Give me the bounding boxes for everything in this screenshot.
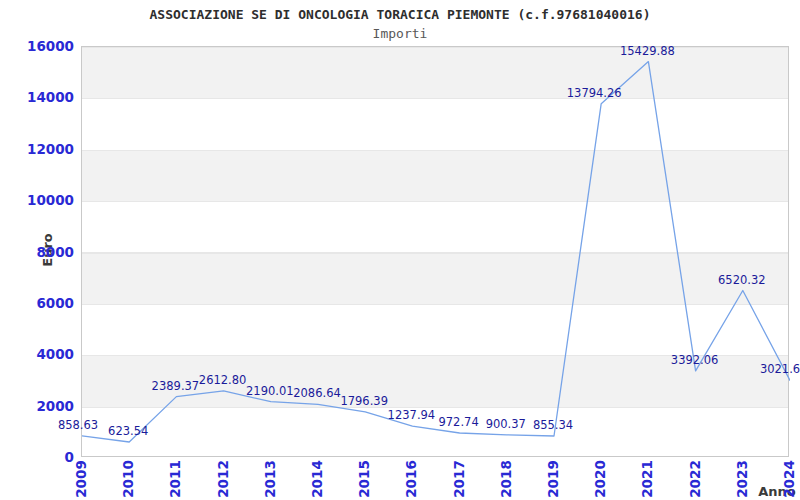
line-series-svg bbox=[82, 47, 790, 458]
x-tick-label: 2009 bbox=[73, 460, 89, 498]
y-tick-label: 12000 bbox=[0, 140, 74, 158]
chart-subtitle: Importi bbox=[0, 26, 800, 41]
y-tick-label: 4000 bbox=[0, 345, 74, 363]
x-tick-label: 2018 bbox=[498, 460, 514, 498]
y-tick-label: 2000 bbox=[0, 397, 74, 415]
plot-area bbox=[81, 46, 789, 457]
data-point-label: 1796.39 bbox=[340, 394, 388, 408]
data-point-label: 855.34 bbox=[533, 418, 573, 432]
x-tick-label: 2011 bbox=[167, 460, 183, 498]
x-tick-label: 2019 bbox=[545, 460, 561, 498]
x-tick-label: 2022 bbox=[687, 460, 703, 498]
x-tick-label: 2012 bbox=[215, 460, 231, 498]
data-point-label: 3392.06 bbox=[671, 353, 719, 367]
data-point-label: 900.37 bbox=[486, 417, 526, 431]
data-point-label: 15429.88 bbox=[620, 44, 675, 58]
chart-root: ASSOCIAZIONE SE DI ONCOLOGIA TORACICA PI… bbox=[0, 0, 800, 500]
data-point-label: 1237.94 bbox=[388, 408, 436, 422]
x-tick-label: 2015 bbox=[356, 460, 372, 498]
data-point-label: 3021.6 bbox=[760, 362, 800, 376]
data-point-label: 2389.37 bbox=[152, 379, 200, 393]
y-tick-label: 8000 bbox=[0, 243, 74, 261]
x-tick-label: 2016 bbox=[403, 460, 419, 498]
data-point-label: 6520.32 bbox=[718, 273, 766, 287]
x-tick-label: 2017 bbox=[451, 460, 467, 498]
chart-title: ASSOCIAZIONE SE DI ONCOLOGIA TORACICA PI… bbox=[0, 7, 800, 22]
y-tick-label: 16000 bbox=[0, 37, 74, 55]
x-tick-label: 2021 bbox=[639, 460, 655, 498]
y-tick-label: 0 bbox=[0, 448, 74, 466]
data-point-label: 2086.64 bbox=[293, 386, 341, 400]
y-tick-label: 6000 bbox=[0, 294, 74, 312]
x-tick-label: 2024 bbox=[781, 460, 797, 498]
data-point-label: 13794.26 bbox=[567, 86, 622, 100]
data-point-label: 623.54 bbox=[108, 424, 148, 438]
x-tick-label: 2013 bbox=[262, 460, 278, 498]
data-point-label: 858.63 bbox=[58, 418, 98, 432]
x-tick-label: 2023 bbox=[734, 460, 750, 498]
data-point-label: 2190.01 bbox=[246, 384, 294, 398]
data-point-label: 972.74 bbox=[438, 415, 478, 429]
x-tick-label: 2010 bbox=[120, 460, 136, 498]
y-tick-label: 10000 bbox=[0, 191, 74, 209]
x-tick-label: 2014 bbox=[309, 460, 325, 498]
y-tick-label: 14000 bbox=[0, 88, 74, 106]
data-point-label: 2612.80 bbox=[199, 373, 247, 387]
x-tick-label: 2020 bbox=[592, 460, 608, 498]
